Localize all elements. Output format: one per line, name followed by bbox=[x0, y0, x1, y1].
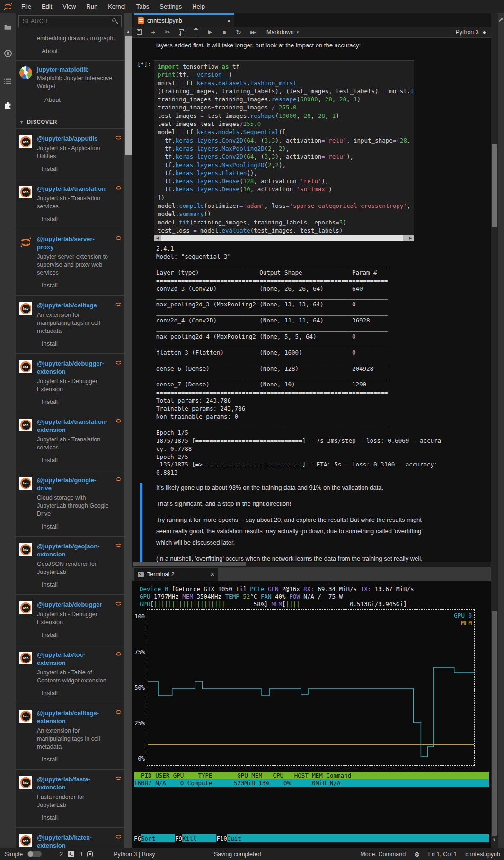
menu-item[interactable]: Settings bbox=[154, 0, 187, 13]
install-button[interactable]: Install bbox=[42, 282, 58, 289]
extension-name-link[interactable]: @jupyterlab/debugger bbox=[37, 600, 108, 609]
extension-name-link[interactable]: @jupyterlab/translation bbox=[37, 185, 108, 193]
install-button[interactable]: Install bbox=[42, 631, 58, 638]
notebook-content[interactable]: layers added first. It will take longer,… bbox=[132, 38, 491, 567]
install-button[interactable]: Install bbox=[42, 814, 58, 821]
extension-name-link[interactable]: @jupyterlab/apputils bbox=[37, 134, 108, 143]
extension-name[interactable]: jupyter-matplotlib bbox=[37, 65, 122, 73]
install-button[interactable]: Install bbox=[42, 523, 58, 530]
close-icon[interactable]: × bbox=[211, 571, 214, 578]
fkey-label: Sort bbox=[141, 834, 175, 842]
extension-name-link[interactable]: @jupyterlab/katex-extension bbox=[37, 833, 108, 848]
cell-type-value: Markdown bbox=[266, 29, 294, 36]
terminal-nvtop[interactable]: Device 0 [GeForce GTX 1050 Ti] PCIe GEN … bbox=[132, 581, 491, 848]
fkey-item[interactable]: F9 Kill bbox=[175, 834, 216, 842]
menu-item[interactable]: File bbox=[16, 0, 36, 13]
menu-item[interactable]: Help bbox=[187, 0, 210, 13]
scroll-up-icon[interactable]: ▲ bbox=[124, 29, 132, 34]
extension-name-link[interactable]: @jupyterlab/celltags bbox=[37, 301, 108, 309]
about-button[interactable]: About bbox=[42, 47, 58, 54]
files-icon[interactable] bbox=[0, 19, 16, 35]
extension-description: JupyterLab - Application Utilities bbox=[37, 144, 113, 161]
tab-cnntest-notebook[interactable]: cnntest.ipynb ● bbox=[134, 13, 234, 27]
toc-icon[interactable] bbox=[0, 73, 16, 89]
run-cell-button[interactable]: ▶ bbox=[203, 27, 217, 37]
scroll-down-icon[interactable]: ▼ bbox=[491, 837, 498, 842]
extension-description: JupyterLab - Translation services bbox=[37, 436, 113, 452]
process-table-row[interactable]: 16087 N/A 0 Compute 523MiB 13% 0% 0MiB N… bbox=[134, 779, 489, 787]
fkey-item[interactable]: F6 Sort bbox=[134, 834, 175, 842]
property-inspector-wrench-icon[interactable] bbox=[498, 17, 504, 22]
extension-logo-icon: lab bbox=[19, 710, 32, 723]
extension-manager-panel: embedding drawio / mxgraph. About jupyte… bbox=[16, 13, 124, 848]
sidebar-scrollbar-thumb[interactable] bbox=[125, 36, 132, 155]
extension-name-link[interactable]: @jupyterlab/server-proxy bbox=[37, 235, 108, 251]
kernel-status[interactable]: Python 3 | Busy bbox=[114, 851, 155, 858]
menu-item[interactable]: Tabs bbox=[131, 0, 154, 13]
install-button[interactable]: Install bbox=[42, 398, 58, 405]
menu-item[interactable]: Kernel bbox=[103, 0, 131, 13]
extension-name-link[interactable]: @jupyterlab/celltags-extension bbox=[37, 709, 108, 725]
extensions-icon[interactable] bbox=[0, 98, 16, 114]
copy-cells-button[interactable] bbox=[175, 27, 189, 37]
markdown-paragraph: That's significant, and a step in the ri… bbox=[156, 498, 427, 510]
code-line: model = tf.keras.models.Sequential([ bbox=[158, 128, 414, 136]
extension-list-item: lab @jupyterlab/google-drive Cloud stora… bbox=[16, 470, 124, 537]
terminal-vscrollbar-thumb[interactable] bbox=[492, 611, 497, 836]
fkey-item[interactable]: F10 Quit bbox=[216, 834, 489, 842]
kernel-count[interactable]: 3 bbox=[79, 851, 82, 858]
menu-item[interactable]: View bbox=[57, 0, 81, 13]
restart-run-all-button[interactable]: ▶▶ bbox=[246, 27, 260, 37]
cut-cells-button[interactable]: ✂ bbox=[160, 27, 175, 37]
extension-name-link[interactable]: @jupyterlab/debugger-extension bbox=[37, 359, 108, 376]
install-button[interactable]: Install bbox=[42, 581, 58, 588]
cell-type-dropdown[interactable]: Markdown ▾ bbox=[266, 29, 299, 36]
extension-logo-icon: lab bbox=[19, 477, 32, 490]
menu-item[interactable]: Edit bbox=[36, 0, 57, 13]
terminal-info-line: Device 0 [GeForce GTX 1050 Ti] PCIe GEN … bbox=[140, 585, 414, 593]
install-button[interactable]: Install bbox=[42, 215, 58, 223]
jupyter-mini-icon bbox=[115, 709, 122, 715]
extension-name-link[interactable]: @jupyterlab/translation-extension bbox=[37, 418, 108, 434]
markdown-cell-partial[interactable]: layers added first. It will take longer,… bbox=[156, 42, 431, 49]
running-sessions-icon[interactable] bbox=[0, 45, 16, 62]
search-input[interactable] bbox=[19, 16, 121, 27]
install-button[interactable]: Install bbox=[42, 756, 58, 763]
extension-name-link[interactable]: @jupyterlab/fasta-extension bbox=[37, 775, 108, 791]
interrupt-kernel-button[interactable]: ■ bbox=[217, 27, 231, 37]
jupyter-mini-icon bbox=[115, 134, 122, 141]
save-icon bbox=[137, 29, 142, 35]
jupyter-logo-icon bbox=[0, 2, 16, 11]
discover-section-header[interactable]: ▾ DISCOVER bbox=[16, 115, 124, 129]
extension-name-link[interactable]: @jupyterlab/google-drive bbox=[37, 476, 108, 492]
save-status-message: Saving completed bbox=[214, 851, 261, 858]
code-cell-editor[interactable]: import tensorflow as tfprint(tf.__versio… bbox=[154, 60, 414, 241]
notebook-hscrollbar-thumb[interactable] bbox=[133, 562, 246, 566]
terminal-count[interactable]: 2 bbox=[60, 851, 63, 858]
menu-item[interactable]: Run bbox=[81, 0, 103, 13]
code-line: tf.keras.layers.MaxPooling2D(2,2), bbox=[158, 161, 414, 169]
extension-name-link[interactable]: @jupyterlab/toc-extension bbox=[37, 651, 108, 667]
restart-kernel-button[interactable]: ↻ bbox=[231, 27, 246, 37]
cell-horizontal-scrollbar[interactable]: ◀ ▶ bbox=[154, 235, 414, 241]
install-button[interactable]: Install bbox=[42, 690, 58, 697]
notebook-vscrollbar-thumb[interactable] bbox=[492, 144, 497, 227]
extension-list-item: lab @jupyterlab/apputils JupyterLab - Ap… bbox=[16, 129, 124, 179]
selected-markdown-cell[interactable]: It's likely gone up to about 93% on the … bbox=[132, 482, 482, 564]
scroll-right-icon[interactable]: ▶ bbox=[407, 235, 414, 241]
extension-name-link[interactable]: @jupyterlab/geojson-extension bbox=[37, 542, 108, 558]
about-button[interactable]: About bbox=[44, 96, 61, 103]
cell-scrollbar-thumb[interactable] bbox=[161, 235, 403, 241]
install-button[interactable]: Install bbox=[42, 457, 58, 464]
simple-mode-toggle[interactable] bbox=[27, 851, 42, 857]
save-button[interactable] bbox=[132, 27, 146, 37]
kernel-name[interactable]: Python 3 bbox=[455, 29, 478, 36]
install-button[interactable]: Install bbox=[42, 340, 58, 347]
extension-description: JupyterLab - Debugger Extension bbox=[37, 610, 113, 627]
cursor-position[interactable]: Ln 1, Col 1 bbox=[428, 851, 457, 858]
paste-cells-button[interactable] bbox=[189, 27, 203, 37]
scroll-left-icon[interactable]: ◀ bbox=[154, 235, 160, 241]
tab-terminal-2[interactable]: $_ Terminal 2 × bbox=[134, 568, 218, 581]
install-button[interactable]: Install bbox=[42, 165, 58, 172]
add-cell-button[interactable]: + bbox=[146, 27, 160, 37]
